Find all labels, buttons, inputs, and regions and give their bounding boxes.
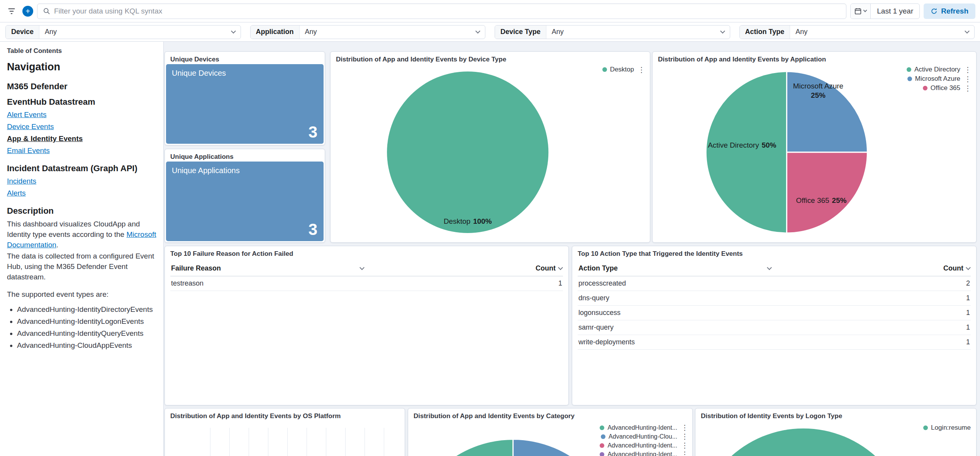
cell-count: 2 <box>966 279 970 288</box>
legend-item-login-resume[interactable]: Login:resume <box>923 424 971 432</box>
application-pie-panel: Distribution of App and Identity Events … <box>652 51 977 243</box>
legend-item-microsoft-azure[interactable]: Microsoft Azure ⋮ <box>907 75 972 83</box>
cell-count: 1 <box>966 323 970 332</box>
cell-action-type: processcreated <box>578 279 626 288</box>
column-header-failure-reason[interactable]: Failure Reason <box>171 264 367 272</box>
control-device-label: Device <box>6 26 39 39</box>
kebab-menu-icon[interactable]: ⋮ <box>680 433 689 440</box>
time-range-label[interactable]: Last 1 year <box>871 7 919 15</box>
control-device-select[interactable]: Any <box>39 26 240 39</box>
unique-devices-metric: Unique Devices 3 <box>166 64 324 144</box>
refresh-button[interactable]: Refresh <box>924 3 975 19</box>
toc-link-alerts[interactable]: Alerts <box>7 189 156 197</box>
kebab-menu-icon[interactable]: ⋮ <box>963 66 972 73</box>
panel-title: Top 10 Action Type that Triggered the Id… <box>572 246 976 259</box>
legend-item[interactable]: AdvancedHunting-Ident... ⋮ <box>600 451 689 456</box>
kebab-menu-icon[interactable]: ⋮ <box>963 75 972 83</box>
table-row: testreason 1 <box>170 276 563 291</box>
kebab-menu-icon[interactable]: ⋮ <box>680 424 689 431</box>
cell-action-type: dns-query <box>578 294 609 302</box>
cell-action-type: write-deployments <box>578 338 635 346</box>
legend-item-office-365[interactable]: Office 365 ⋮ <box>923 84 972 92</box>
pie-slice-active-directory[interactable] <box>706 71 787 233</box>
control-device-type-label: Device Type <box>495 26 546 39</box>
column-header-count[interactable]: Count <box>943 264 970 272</box>
failure-reason-table-panel: Top 10 Failure Reason for Action Failed … <box>164 246 569 405</box>
table-header: Failure Reason Count <box>170 262 563 276</box>
panel-title: Distribution of App and Identity Events … <box>165 408 405 422</box>
toc-heading: Navigation <box>7 61 156 73</box>
legend-item-active-directory[interactable]: Active Directory ⋮ <box>907 66 972 73</box>
toc-link-email-events[interactable]: Email Events <box>7 146 156 155</box>
legend-label: AdvancedHunting-Ident... <box>607 442 677 449</box>
legend-color-dot <box>923 425 928 430</box>
column-header-count[interactable]: Count <box>536 264 562 272</box>
toc-section-m365: M365 Defender <box>7 82 156 92</box>
control-device-type-select[interactable]: Any <box>546 26 730 39</box>
control-application-select[interactable]: Any <box>300 26 485 39</box>
toc-section-incident: Incident Datastream (Graph API) <box>7 163 156 174</box>
column-header-action-type[interactable]: Action Type <box>578 264 774 272</box>
legend-label: Login:resume <box>931 424 971 432</box>
table-row: dns-query 1 <box>578 291 971 306</box>
legend-item[interactable]: AdvancedHunting-Ident... ⋮ <box>600 442 689 449</box>
unique-applications-panel: Unique Applications Unique Applications … <box>164 149 325 243</box>
chevron-down-icon <box>767 265 772 270</box>
toc-link-alert-events[interactable]: Alert Events <box>7 111 156 119</box>
unique-applications-metric: Unique Applications 3 <box>166 162 324 241</box>
dashboard-controls-row: Device Any Application Any Device Type A… <box>0 22 980 42</box>
search-input[interactable] <box>54 7 841 15</box>
kql-search-bar <box>37 3 846 19</box>
cell-count: 1 <box>966 338 970 346</box>
date-quick-select-button[interactable] <box>851 4 871 19</box>
kebab-menu-icon[interactable]: ⋮ <box>963 85 972 92</box>
category-pie-panel: Distribution of App and Identity Events … <box>408 408 693 456</box>
pie-slice-desktop[interactable] <box>387 71 548 233</box>
control-device-type: Device Type Any <box>495 25 730 39</box>
control-action-type: Action Type Any <box>739 25 975 39</box>
list-item: AdvancedHunting-IdentityDirectoryEvents <box>17 305 156 314</box>
table-header: Action Type Count <box>578 262 971 276</box>
toc-link-incidents[interactable]: Incidents <box>7 177 156 185</box>
description-paragraph-3: The supported event types are: <box>7 289 156 300</box>
pie-slice-office-365[interactable] <box>787 152 867 233</box>
legend-item[interactable]: AdvancedHunting-Clou... ⋮ <box>601 433 689 440</box>
event-type-list: AdvancedHunting-IdentityDirectoryEvents … <box>17 305 156 350</box>
failure-reason-table: Failure Reason Count testreason 1 <box>170 262 563 291</box>
add-filter-button[interactable]: + <box>22 6 33 17</box>
control-application-label: Application <box>251 26 300 39</box>
query-toolbar: + Last 1 year Refresh <box>0 0 980 22</box>
control-action-type-select[interactable]: Any <box>790 26 974 39</box>
cell-action-type: samr-query <box>578 323 614 332</box>
toc-link-app-identity-events[interactable]: App & Identity Events <box>7 134 156 143</box>
eventhub-links: Alert Events Device Events App & Identit… <box>7 111 156 155</box>
cell-count: 1 <box>966 309 970 317</box>
chevron-down-icon <box>720 29 725 34</box>
legend-color-dot <box>600 425 604 430</box>
calendar-icon <box>855 8 861 15</box>
filter-menu-button[interactable] <box>5 4 19 18</box>
metric-value: 3 <box>309 220 317 239</box>
legend-item[interactable]: AdvancedHunting-Ident... ⋮ <box>600 424 689 431</box>
cell-action-type: logonsuccess <box>578 309 621 317</box>
legend-color-dot <box>923 86 927 90</box>
panel-title: Unique Devices <box>165 52 325 65</box>
kebab-menu-icon[interactable]: ⋮ <box>637 66 646 73</box>
pie-label-azure-pct: 25% <box>811 91 826 99</box>
legend-label: Office 365 <box>931 84 960 92</box>
legend: Active Directory ⋮ Microsoft Azure ⋮ Off… <box>907 66 972 92</box>
kebab-menu-icon[interactable]: ⋮ <box>680 451 689 456</box>
device-type-pie-panel: Distribution of App and Identity Events … <box>330 51 650 243</box>
legend-item-desktop[interactable]: Desktop ⋮ <box>602 66 646 73</box>
device-type-pie-chart: Desktop100% <box>331 63 650 242</box>
toc-link-device-events[interactable]: Device Events <box>7 123 156 131</box>
plus-icon: + <box>25 7 30 15</box>
cell-failure-reason: testreason <box>171 279 203 288</box>
refresh-label: Refresh <box>941 7 968 15</box>
pie-label-office-365: Office 36525% <box>796 196 847 204</box>
legend-label: AdvancedHunting-Ident... <box>607 451 677 456</box>
date-picker: Last 1 year <box>850 3 920 19</box>
cell-count: 1 <box>966 294 970 302</box>
pie-slice-login-resume[interactable] <box>696 429 911 456</box>
kebab-menu-icon[interactable]: ⋮ <box>680 442 689 449</box>
